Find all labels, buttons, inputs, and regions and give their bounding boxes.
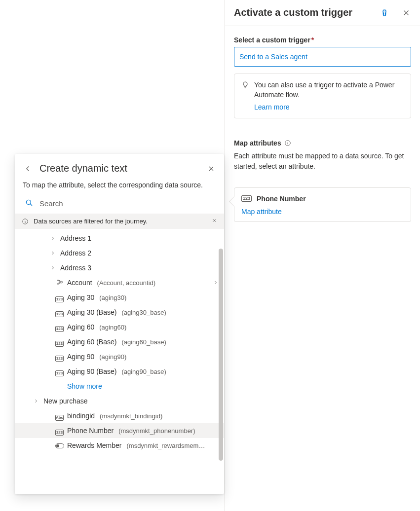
tree-item-sublabel: (aging60_base) [121,338,166,346]
tree-item-sublabel: (msdynmkt_bindingid) [100,412,162,420]
tree-item-label: Address 2 [60,249,91,257]
select-trigger-dropdown[interactable]: Send to a Sales agent [234,47,411,67]
tree-item-entity[interactable]: Account(Account, accountid) [15,275,224,290]
tree-item-label: Aging 90 (Base) [67,367,116,375]
search-icon [25,198,34,209]
required-asterisk: * [311,36,314,44]
number-type-icon: 123 [55,430,64,436]
map-attributes-desc: Each attribute must be mapped to a data … [234,151,411,172]
chevron-right-icon [49,250,56,256]
select-trigger-value: Send to a Sales agent [239,53,307,61]
number-type-icon: 123 [55,326,64,332]
info-icon [22,218,29,225]
number-type-icon: 123 [55,370,64,376]
filter-banner-text: Data sources are filtered for the journe… [34,218,148,225]
tree-item-expandable[interactable]: Address 2 [15,246,224,260]
tree-item-field[interactable]: 123Aging 30(aging30) [15,290,224,305]
scrollbar[interactable] [219,249,223,461]
tree-item-label: bindingid [67,412,95,420]
tree-section[interactable]: New purchase [15,394,224,408]
data-source-tree: Address 1Address 2Address 3Account(Accou… [15,229,224,494]
tip-text: You can also use a trigger to activate a… [254,81,394,99]
select-trigger-label-text: Select a custom trigger [234,36,310,44]
popup-title: Create dynamic text [39,163,199,174]
select-trigger-label: Select a custom trigger* [234,36,411,44]
panel-header-actions [380,6,411,18]
tree-item-expandable[interactable]: Address 3 [15,260,224,275]
number-type-icon: 123 [241,195,252,202]
number-type-icon: 123 [55,356,64,362]
panel-header: Activate a custom trigger [225,0,420,26]
info-icon[interactable] [284,140,291,146]
number-type-icon: 123 [55,296,64,302]
tree-item-label: Phone Number [67,427,114,435]
popup-header: Create dynamic text [15,154,224,178]
map-attribute-link[interactable]: Map attribute [241,208,404,216]
learn-more-link[interactable]: Learn more [254,102,290,112]
tree-item-expandable[interactable]: Address 1 [15,231,224,246]
tree-item-label: Aging 30 [67,293,94,301]
tree-item-sublabel: (aging90_base) [121,368,166,375]
tree-item-sublabel: (msdynmkt_phonenumber) [118,427,195,435]
chevron-right-icon [49,235,56,241]
tree-item-sublabel: (aging90) [99,353,126,361]
close-icon[interactable] [401,8,411,18]
tip-content: You can also use a trigger to activate a… [254,80,404,112]
map-attributes-heading: Map attributes [234,139,411,147]
entity-link-icon [55,279,64,285]
tree-item-field[interactable]: 123Aging 90 (Base)(aging90_base) [15,364,224,379]
toggle-type-icon [55,443,64,448]
tree-item-field[interactable]: 123Aging 60(aging60) [15,320,224,334]
tree-item-label: Aging 30 (Base) [67,308,116,316]
activate-trigger-panel: Activate a custom trigger Select a custo… [225,0,420,511]
lightbulb-icon [241,81,249,112]
tree-item-label: Account [67,279,92,287]
dynamic-text-popup: Create dynamic text To map the attribute… [15,154,224,494]
svg-point-3 [57,280,58,281]
tree-item-field[interactable]: Rewards Member(msdynmkt_rewardsmem… [15,438,224,453]
tree-item-label: Address 1 [60,234,91,242]
popup-close-icon[interactable] [206,164,216,174]
tree-item-label: Aging 60 [67,323,94,331]
tree-item-sublabel: (aging60) [99,324,126,331]
tree-item-field[interactable]: 123Aging 30 (Base)(aging30_base) [15,305,224,320]
search-input[interactable] [38,199,216,208]
tree-item-field[interactable]: 123Aging 90(aging90) [15,349,224,364]
filter-banner: Data sources are filtered for the journe… [15,214,224,229]
map-attributes-heading-text: Map attributes [234,139,281,147]
tree-item-sublabel: (aging30_base) [121,309,166,316]
text-type-icon: Abc [55,415,64,421]
tree-item-sublabel: (msdynmkt_rewardsmem… [126,442,205,449]
panel-title: Activate a custom trigger [234,6,380,19]
tree-item-field[interactable]: 123Aging 60 (Base)(aging60_base) [15,334,224,349]
attribute-title-row: 123 Phone Number [241,195,404,203]
panel-body: Select a custom trigger* Send to a Sales… [225,26,420,232]
tree-item-field[interactable]: 123Phone Number(msdynmkt_phonenumber) [15,423,224,438]
chevron-right-icon [212,280,219,286]
filter-banner-dismiss-icon[interactable] [211,218,217,225]
chevron-right-icon [33,398,39,404]
tree-item-sublabel: (Account, accountid) [97,279,156,287]
tree-item-field[interactable]: Abcbindingid(msdynmkt_bindingid) [15,408,224,423]
show-more-link[interactable]: Show more [15,379,224,394]
back-icon[interactable] [23,164,33,174]
svg-point-1 [26,200,31,204]
tree-item-label: Aging 60 (Base) [67,338,116,346]
tree-item-label: Address 3 [60,264,91,272]
tree-item-sublabel: (aging30) [99,294,126,301]
tree-section-label: New purchase [43,397,88,405]
attribute-card[interactable]: 123 Phone Number Map attribute [234,187,411,222]
number-type-icon: 123 [55,311,64,317]
search-row [15,195,224,214]
chevron-right-icon [49,265,56,271]
popup-desc: To map the attribute, select the corresp… [15,178,224,195]
tree-item-label: Aging 90 [67,353,94,361]
attribute-name: Phone Number [257,195,306,203]
tip-callout: You can also use a trigger to activate a… [234,73,411,118]
tree-item-label: Rewards Member [67,441,121,449]
number-type-icon: 123 [55,341,64,347]
delete-icon[interactable] [380,8,389,18]
svg-rect-5 [60,281,62,283]
svg-point-4 [57,283,58,284]
